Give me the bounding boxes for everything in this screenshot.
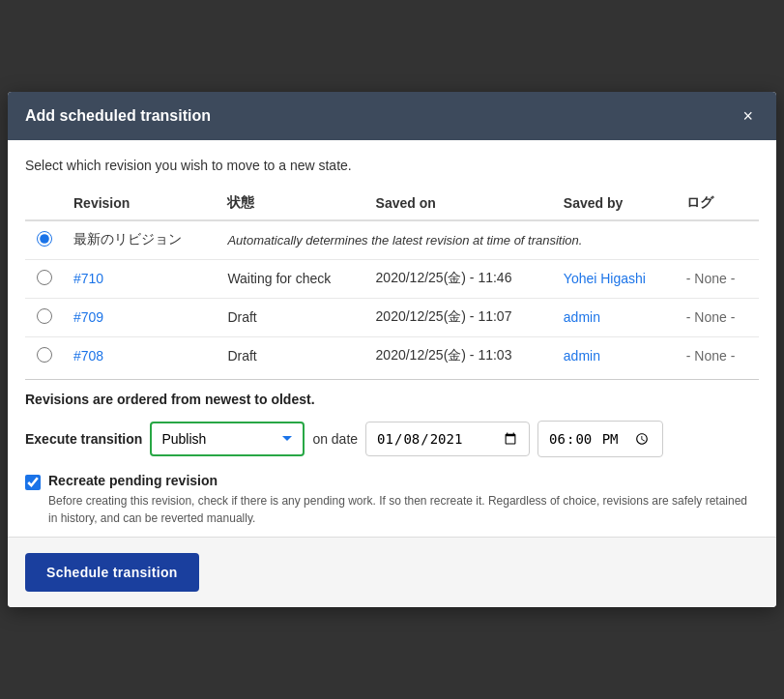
- revision-link[interactable]: #708: [73, 348, 103, 364]
- modal-header: Add scheduled transition ×: [8, 92, 776, 140]
- state-cell: Draft: [218, 298, 365, 336]
- col-saved-by: Saved by: [554, 187, 677, 220]
- revision-table: Revision 状態 Saved on Saved by ログ 最新のリビジョ…: [25, 187, 759, 375]
- saved-by-link[interactable]: admin: [564, 309, 600, 325]
- recreate-pending-label[interactable]: Recreate pending revision: [48, 473, 218, 488]
- table-row: 最新のリビジョンAutomatically determines the lat…: [25, 220, 759, 260]
- revision-radio[interactable]: [37, 231, 52, 247]
- close-button[interactable]: ×: [737, 105, 759, 127]
- col-log: ログ: [677, 187, 759, 220]
- modal-body: Select which revision you wish to move t…: [8, 140, 776, 538]
- col-state: 状態: [218, 187, 365, 220]
- table-row: #708Draft2020/12/25(金) - 11:03admin- Non…: [25, 336, 759, 375]
- radio-cell: [25, 220, 64, 260]
- revision-cell: #709: [64, 298, 218, 336]
- execute-transition-row: Execute transition PublishDraftArchive o…: [25, 421, 759, 458]
- schedule-transition-button[interactable]: Schedule transition: [25, 553, 199, 592]
- revision-cell: #710: [64, 259, 218, 298]
- saved-on-cell: 2020/12/25(金) - 11:03: [366, 336, 554, 375]
- revision-link[interactable]: #709: [73, 309, 103, 325]
- col-revision: Revision: [64, 187, 218, 220]
- recreate-pending-description: Before creating this revision, check if …: [48, 492, 759, 527]
- recreate-pending-row: Recreate pending revision Before creatin…: [25, 473, 759, 527]
- saved-on-cell: 2020/12/25(金) - 11:07: [366, 298, 554, 336]
- saved-on-cell: 2020/12/25(金) - 11:46: [366, 259, 554, 298]
- saved-by-cell: admin: [554, 336, 677, 375]
- revision-cell: #708: [64, 336, 218, 375]
- radio-cell: [25, 259, 64, 298]
- revision-radio[interactable]: [37, 270, 52, 285]
- revision-link[interactable]: #710: [73, 271, 103, 286]
- auto-note-cell: Automatically determines the latest revi…: [218, 220, 759, 260]
- time-input[interactable]: [537, 421, 663, 458]
- recreate-pending-text: Recreate pending revision Before creatin…: [48, 473, 759, 527]
- state-cell: Draft: [218, 336, 365, 375]
- date-input[interactable]: [365, 422, 530, 456]
- modal-footer: Schedule transition: [8, 537, 776, 607]
- col-radio: [25, 187, 64, 220]
- transition-select[interactable]: PublishDraftArchive: [150, 422, 305, 456]
- log-cell: - None -: [677, 298, 759, 336]
- saved-by-link[interactable]: Yohei Higashi: [564, 271, 646, 286]
- recreate-pending-checkbox[interactable]: [25, 475, 41, 490]
- state-cell: Waiting for check: [218, 259, 365, 298]
- section-divider: [25, 379, 759, 380]
- radio-cell: [25, 336, 64, 375]
- log-cell: - None -: [677, 259, 759, 298]
- saved-by-cell: Yohei Higashi: [554, 259, 677, 298]
- revision-radio[interactable]: [37, 308, 52, 324]
- table-row: #710Waiting for check2020/12/25(金) - 11:…: [25, 259, 759, 298]
- modal-overlay: Add scheduled transition × Select which …: [0, 0, 784, 699]
- modal-title: Add scheduled transition: [25, 107, 211, 125]
- order-note: Revisions are ordered from newest to old…: [25, 392, 759, 407]
- saved-by-link[interactable]: admin: [564, 348, 600, 364]
- revision-cell: 最新のリビジョン: [64, 220, 218, 260]
- instruction-text: Select which revision you wish to move t…: [25, 158, 759, 173]
- saved-by-cell: admin: [554, 298, 677, 336]
- on-date-label: on date: [312, 431, 358, 447]
- modal-dialog: Add scheduled transition × Select which …: [8, 92, 776, 608]
- radio-cell: [25, 298, 64, 336]
- revision-radio[interactable]: [37, 347, 52, 363]
- table-row: #709Draft2020/12/25(金) - 11:07admin- Non…: [25, 298, 759, 336]
- col-saved-on: Saved on: [366, 187, 554, 220]
- log-cell: - None -: [677, 336, 759, 375]
- execute-label: Execute transition: [25, 431, 142, 447]
